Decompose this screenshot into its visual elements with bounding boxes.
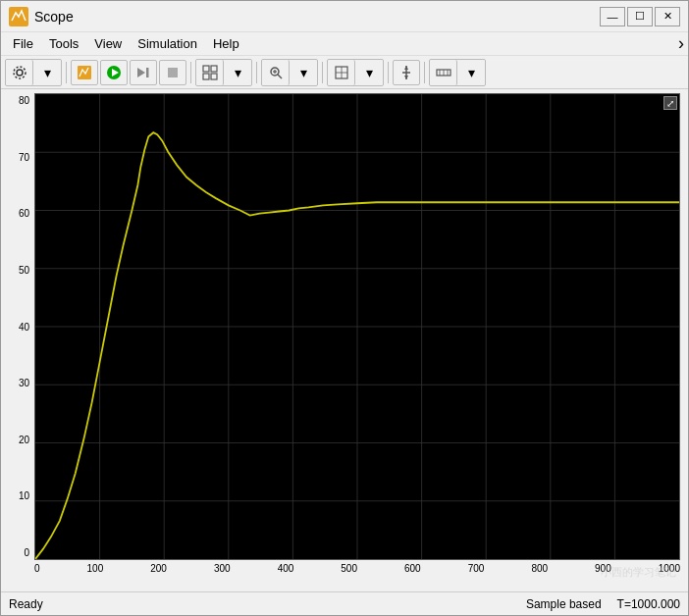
svg-rect-12 xyxy=(211,74,217,79)
y-label-50: 50 xyxy=(5,265,32,276)
layout-group: ▾ xyxy=(195,59,252,86)
y-label-70: 70 xyxy=(5,152,32,163)
x-label-700: 700 xyxy=(468,563,485,574)
status-right: Sample based T=1000.000 xyxy=(526,597,680,611)
sep6 xyxy=(424,62,425,83)
settings-group: ▾ xyxy=(5,59,62,86)
x-label-800: 800 xyxy=(531,563,548,574)
svg-rect-9 xyxy=(203,66,209,72)
stop-button[interactable] xyxy=(159,60,186,85)
minimize-button[interactable]: — xyxy=(600,7,625,26)
cursor-button[interactable] xyxy=(393,60,420,85)
plot-container: 80 70 60 50 40 30 20 10 0 ⤢ xyxy=(1,89,688,591)
y-label-60: 60 xyxy=(5,208,32,219)
x-label-0: 0 xyxy=(34,563,40,574)
menu-bar: File Tools View Simulation Help › xyxy=(1,32,688,56)
svg-point-2 xyxy=(14,67,26,78)
menu-tools[interactable]: Tools xyxy=(41,34,86,53)
settings-dropdown[interactable]: ▾ xyxy=(33,60,61,85)
x-axis-labels: 0 100 200 300 400 500 600 700 800 900 10… xyxy=(34,560,680,588)
y-label-80: 80 xyxy=(5,95,32,106)
settings-button[interactable] xyxy=(6,60,33,85)
x-label-200: 200 xyxy=(150,563,167,574)
svg-line-14 xyxy=(278,75,282,78)
axes-group: ▾ xyxy=(327,59,384,86)
main-window: Scope — ☐ ✕ File Tools View Simulation H… xyxy=(0,0,689,616)
x-label-300: 300 xyxy=(214,563,231,574)
measure-button[interactable] xyxy=(430,60,457,85)
collapse-arrow[interactable]: › xyxy=(678,33,684,54)
x-label-100: 100 xyxy=(87,563,104,574)
svg-point-1 xyxy=(17,70,23,76)
measure-group: ▾ xyxy=(429,59,486,86)
svg-rect-8 xyxy=(168,68,178,77)
title-bar: Scope — ☐ ✕ xyxy=(1,1,688,32)
status-ready-text: Ready xyxy=(9,597,526,611)
x-label-1000: 1000 xyxy=(659,563,680,574)
svg-rect-7 xyxy=(146,68,149,77)
layout-button[interactable] xyxy=(196,60,224,85)
zoom-button[interactable] xyxy=(262,60,290,85)
measure-dropdown[interactable]: ▾ xyxy=(457,60,485,85)
layout-dropdown[interactable]: ▾ xyxy=(224,60,251,85)
x-label-500: 500 xyxy=(341,563,357,574)
close-button[interactable]: ✕ xyxy=(655,7,680,26)
zoom-dropdown[interactable]: ▾ xyxy=(290,60,317,85)
svg-marker-22 xyxy=(404,66,408,70)
plot-area[interactable]: ⤢ xyxy=(34,93,680,560)
open-simulation-button[interactable] xyxy=(71,60,98,85)
menu-help[interactable]: Help xyxy=(205,34,247,53)
menu-simulation[interactable]: Simulation xyxy=(130,34,205,53)
svg-rect-10 xyxy=(211,66,217,72)
x-label-600: 600 xyxy=(404,563,421,574)
sep4 xyxy=(322,62,323,83)
axes-button[interactable] xyxy=(328,60,355,85)
x-label-900: 900 xyxy=(595,563,611,574)
x-label-400: 400 xyxy=(278,563,294,574)
sep3 xyxy=(256,62,257,83)
toolbar: ▾ ▾ ▾ xyxy=(1,56,688,89)
y-label-30: 30 xyxy=(5,378,32,388)
svg-rect-11 xyxy=(203,74,209,79)
svg-marker-23 xyxy=(404,76,408,79)
maximize-button[interactable]: ☐ xyxy=(627,7,653,26)
zoom-group: ▾ xyxy=(261,59,318,86)
y-label-40: 40 xyxy=(5,322,32,333)
window-controls: — ☐ ✕ xyxy=(600,7,680,26)
sep1 xyxy=(66,62,67,83)
menu-file[interactable]: File xyxy=(5,34,41,53)
window-title: Scope xyxy=(34,9,600,25)
status-bar: Ready Sample based T=1000.000 xyxy=(1,591,688,615)
y-label-10: 10 xyxy=(5,490,32,501)
plot-wrapper: 80 70 60 50 40 30 20 10 0 ⤢ xyxy=(5,93,684,588)
sep5 xyxy=(388,62,389,83)
menu-view[interactable]: View xyxy=(86,34,130,53)
y-label-20: 20 xyxy=(5,435,32,445)
sep2 xyxy=(190,62,191,83)
svg-marker-6 xyxy=(137,68,145,77)
plot-svg xyxy=(35,94,679,559)
step-button[interactable] xyxy=(130,60,157,85)
y-label-0: 0 xyxy=(5,547,32,558)
sample-based-label: Sample based xyxy=(526,597,602,611)
run-button[interactable] xyxy=(100,60,128,85)
app-icon xyxy=(9,7,28,26)
axes-dropdown[interactable]: ▾ xyxy=(355,60,383,85)
y-axis-labels: 80 70 60 50 40 30 20 10 0 xyxy=(5,93,34,560)
time-label: T=1000.000 xyxy=(617,597,680,611)
